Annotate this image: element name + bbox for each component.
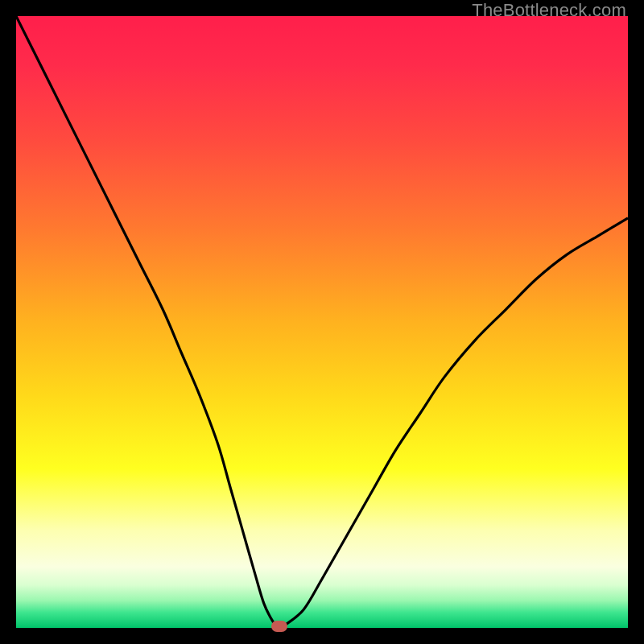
optimal-point-marker	[271, 621, 287, 632]
bottleneck-plot	[16, 16, 628, 628]
chart-frame	[16, 16, 628, 628]
watermark-text: TheBottleneck.com	[472, 0, 626, 21]
gradient-background	[16, 16, 628, 628]
